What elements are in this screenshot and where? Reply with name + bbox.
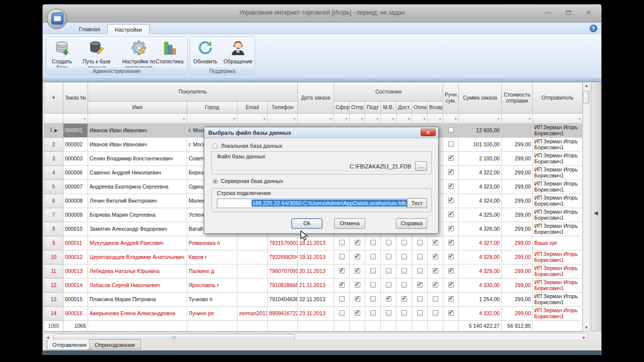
checkbox-unchecked-icon[interactable] [401, 282, 407, 288]
sender-cell[interactable]: ИП Зерман Игорь Борисович1 [533, 152, 583, 166]
buyer-email-cell[interactable] [237, 293, 268, 307]
status-mv-cell[interactable] [381, 307, 396, 321]
column-header-phone[interactable]: Телефон [268, 102, 298, 114]
checkbox-unchecked-icon[interactable] [386, 240, 391, 245]
row-number-cell[interactable]: 10 [44, 250, 63, 264]
row-number-cell[interactable]: 3 [44, 152, 63, 166]
help-button[interactable]: Справка [396, 218, 427, 229]
close-button[interactable]: ✕ [583, 9, 594, 17]
status-opla-cell[interactable] [412, 307, 428, 321]
checkbox-checked-icon[interactable] [386, 296, 391, 302]
ship-cost-cell[interactable]: 299,00 [502, 279, 533, 293]
buyer-phone-cell[interactable]: 89094167225 [268, 307, 298, 321]
status-mv-cell[interactable] [381, 250, 396, 264]
column-header-status-sfor[interactable]: Сфор [334, 102, 350, 114]
buyer-email-cell[interactable] [237, 279, 268, 293]
checkbox-checked-icon[interactable] [433, 240, 438, 245]
buyer-name-cell[interactable]: Замятин Александр Федорович [88, 222, 187, 236]
status-opla-cell[interactable] [412, 236, 428, 250]
column-header-status-otpr[interactable]: Отпр [350, 102, 365, 114]
status-otpr-cell[interactable] [350, 236, 365, 250]
status-vozvr-cell[interactable] [428, 236, 443, 250]
filter-cell[interactable]: ▼ [396, 114, 412, 124]
manual-sum-cell[interactable] [443, 152, 459, 166]
filter-cell[interactable]: ▼ [533, 114, 583, 124]
ship-cost-cell[interactable]: 299,00 [502, 236, 533, 250]
checkbox-unchecked-icon[interactable] [339, 254, 345, 259]
order-sum-cell[interactable]: 4 325,00 [459, 208, 502, 222]
minimize-button[interactable]: — [543, 9, 554, 17]
checkbox-checked-icon[interactable] [355, 282, 360, 288]
manual-sum-cell[interactable] [443, 166, 459, 180]
order-sum-cell[interactable]: 4 322,00 [459, 166, 502, 180]
order-number-cell[interactable]: 000007 [63, 180, 88, 194]
status-vozvr-cell[interactable] [428, 293, 443, 307]
checkbox-unchecked-icon[interactable] [339, 296, 345, 302]
checkbox-checked-icon[interactable] [448, 296, 454, 302]
checkbox-unchecked-icon[interactable] [370, 268, 376, 274]
manual-sum-cell[interactable] [443, 279, 459, 293]
status-dost-cell[interactable] [396, 279, 412, 293]
order-date-cell[interactable]: 23.11.2013 [298, 307, 334, 321]
checkbox-checked-icon[interactable] [448, 268, 454, 274]
buyer-email-cell[interactable] [237, 250, 268, 264]
status-otpr-cell[interactable] [350, 307, 365, 321]
buyer-name-cell[interactable]: Боряева Мария Сергеевна [88, 208, 187, 222]
order-date-cell[interactable]: 19.11.2013 [298, 250, 334, 264]
vertical-scrollbar[interactable]: ▲ ▼ [583, 82, 590, 331]
status-sfor-cell[interactable] [334, 250, 350, 264]
column-header-status-opla[interactable]: Опла [412, 102, 428, 114]
browse-button[interactable]: ... [415, 161, 427, 171]
table-row[interactable]: 13000015Плаксина Мария ПетровнаТучково п… [44, 293, 583, 307]
title-bar[interactable]: Управление интернет-торговлей [Игорь] - … [43, 5, 601, 23]
column-header-status-podt[interactable]: Подт [365, 102, 381, 114]
manual-sum-cell[interactable] [443, 250, 459, 264]
checkbox-checked-icon[interactable] [401, 296, 407, 302]
order-number-cell[interactable]: 000009 [63, 208, 88, 222]
order-number-cell[interactable]: 000016 [63, 307, 88, 321]
filter-indicator-cell[interactable] [44, 114, 63, 124]
panel-splitter[interactable]: ◄ [591, 82, 601, 331]
status-mv-cell[interactable] [381, 293, 396, 307]
filter-dropdown-icon[interactable]: ▼ [423, 116, 426, 122]
status-sfor-cell[interactable] [334, 236, 350, 250]
checkbox-checked-icon[interactable] [448, 254, 454, 259]
manual-sum-cell[interactable] [443, 180, 459, 194]
ok-button[interactable]: Ok [291, 218, 323, 229]
buyer-phone-cell[interactable]: 79104046363 [268, 293, 298, 307]
buyer-name-cell[interactable]: Сенин Владимир Константинович [88, 152, 187, 166]
checkbox-unchecked-icon[interactable] [401, 310, 407, 316]
status-dost-cell[interactable] [396, 250, 412, 264]
status-vozvr-cell[interactable] [428, 250, 443, 264]
checkbox-checked-icon[interactable] [448, 226, 454, 231]
buyer-phone-cell[interactable]: 79226682046 [268, 250, 298, 264]
scroll-down-icon[interactable]: ▼ [583, 325, 590, 330]
buyer-city-cell[interactable]: Тучково п [187, 293, 237, 307]
buyer-name-cell[interactable]: Андреева Екатерина Сергеевна [88, 180, 187, 194]
checkbox-unchecked-icon[interactable] [386, 254, 391, 259]
status-mv-cell[interactable] [381, 236, 396, 250]
filter-dropdown-icon[interactable]: ▼ [454, 116, 457, 122]
create-db-button[interactable]: Создать базу [47, 39, 76, 70]
status-podt-cell[interactable] [365, 236, 381, 250]
ship-cost-cell[interactable]: 299,00 [502, 222, 533, 236]
filter-cell[interactable]: ▼ [428, 114, 443, 124]
checkbox-unchecked-icon[interactable] [370, 254, 376, 259]
status-sfor-cell[interactable] [334, 279, 350, 293]
column-header-status-dost[interactable]: Дост. [396, 102, 412, 114]
filter-cell[interactable]: ▼ [502, 114, 533, 124]
checkbox-unchecked-icon[interactable] [386, 282, 391, 288]
status-podt-cell[interactable] [365, 293, 381, 307]
checkbox-checked-icon[interactable] [339, 282, 345, 288]
ship-cost-cell[interactable]: 299,00 [502, 166, 533, 180]
column-header-status-vozvr[interactable]: Возвр [428, 102, 443, 114]
status-mv-cell[interactable] [381, 264, 396, 279]
cancel-button[interactable]: Отмена [334, 218, 365, 229]
checkbox-unchecked-icon[interactable] [386, 310, 391, 316]
checkbox-unchecked-icon[interactable] [433, 310, 438, 316]
column-header-sum[interactable]: Сумма заказа [459, 82, 502, 114]
buyer-city-cell[interactable]: Романовка п [187, 236, 237, 250]
row-number-cell[interactable]: 14 [44, 307, 63, 321]
status-otpr-cell[interactable] [350, 264, 365, 279]
checkbox-unchecked-icon[interactable] [448, 127, 454, 133]
